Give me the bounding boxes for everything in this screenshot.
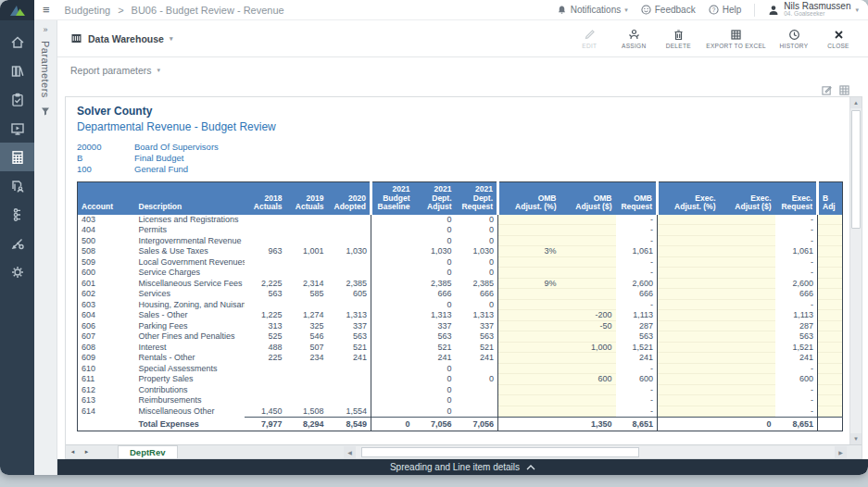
notifications-menu[interactable]: Notifications ▾: [557, 5, 628, 15]
cell-omb_adjust_usd[interactable]: [560, 300, 616, 311]
horizontal-scrollbar[interactable]: ◀ ▶: [344, 446, 847, 458]
cell-omb_adjust_pct[interactable]: [498, 289, 560, 300]
cell-omb_adjust_usd[interactable]: [560, 395, 616, 406]
cell-exec_adjust_pct[interactable]: [658, 236, 720, 247]
vertical-scroll-thumb[interactable]: [851, 110, 861, 229]
cell-omb_adjust_pct[interactable]: [498, 268, 560, 279]
cell-omb_adjust_pct[interactable]: [498, 225, 560, 236]
assign-button[interactable]: ASSIGN: [613, 27, 654, 51]
cell-exec_adjust_usd[interactable]: [720, 300, 775, 311]
cell-exec_adjust_usd[interactable]: [720, 246, 775, 257]
breadcrumb-section[interactable]: Budgeting: [65, 5, 111, 16]
sheet-prev-icon[interactable]: ◂: [66, 448, 80, 456]
data-source-picker[interactable]: Data Warehouse ▾: [70, 32, 172, 44]
sidebar-item-workflow[interactable]: [0, 200, 34, 229]
cell-board_clipped[interactable]: [818, 236, 843, 247]
cell-exec_adjust_pct[interactable]: [658, 257, 720, 268]
cell-omb_adjust_pct[interactable]: [498, 385, 560, 396]
cell-board_clipped[interactable]: [818, 395, 843, 406]
cell-board_clipped[interactable]: [818, 353, 843, 364]
cell-board_clipped[interactable]: [818, 321, 843, 332]
cell-exec_adjust_pct[interactable]: [658, 395, 720, 406]
sidebar-item-documents[interactable]: [0, 171, 34, 200]
menu-icon[interactable]: ≡: [43, 4, 50, 16]
scroll-up-icon[interactable]: ▲: [850, 97, 862, 108]
cell-omb_adjust_usd[interactable]: -200: [560, 310, 616, 321]
cell-board_clipped[interactable]: [818, 225, 843, 236]
scroll-down-icon[interactable]: ▼: [850, 433, 862, 444]
sidebar-item-tools[interactable]: [0, 229, 34, 257]
cell-omb_adjust_pct[interactable]: [498, 364, 560, 375]
horizontal-scroll-track[interactable]: [356, 446, 835, 458]
sheet-next-icon[interactable]: ▸: [80, 448, 94, 456]
cell-exec_adjust_usd[interactable]: [720, 215, 775, 226]
cell-omb_adjust_usd[interactable]: [560, 353, 616, 364]
cell-exec_adjust_pct[interactable]: [658, 364, 720, 375]
cell-exec_adjust_pct[interactable]: [658, 225, 720, 236]
cell-exec_adjust_usd[interactable]: [720, 374, 775, 385]
cell-board_clipped[interactable]: [818, 364, 843, 375]
cell-exec_adjust_pct[interactable]: [658, 279, 720, 290]
app-logo[interactable]: [0, 0, 34, 20]
cell-omb_adjust_usd[interactable]: [560, 406, 616, 418]
cell-exec_adjust_pct[interactable]: [658, 289, 720, 300]
sidebar-item-settings[interactable]: [0, 257, 34, 286]
cell-omb_adjust_pct[interactable]: [498, 310, 560, 321]
cell-exec_adjust_usd[interactable]: [720, 289, 775, 300]
cell-exec_adjust_pct[interactable]: [658, 406, 720, 418]
cell-exec_adjust_pct[interactable]: [658, 385, 720, 396]
cell-board_clipped[interactable]: [818, 289, 843, 300]
cell-exec_adjust_usd[interactable]: [720, 395, 775, 406]
cell-board_clipped[interactable]: [818, 406, 843, 418]
delete-button[interactable]: DELETE: [658, 27, 698, 51]
cell-board_clipped[interactable]: [818, 385, 843, 396]
cell-exec_adjust_pct[interactable]: [658, 374, 720, 385]
sidebar-item-modules[interactable]: [0, 56, 34, 85]
scroll-right-icon[interactable]: ▶: [835, 446, 847, 458]
close-button[interactable]: CLOSE: [818, 27, 859, 51]
cell-omb_adjust_usd[interactable]: [560, 215, 616, 226]
cell-exec_adjust_usd[interactable]: [720, 310, 775, 321]
grid-view-icon[interactable]: [839, 85, 849, 95]
cell-exec_adjust_usd[interactable]: [720, 353, 775, 364]
cell-exec_adjust_pct[interactable]: [658, 246, 720, 257]
cell-exec_adjust_usd[interactable]: [720, 331, 775, 343]
cell-board_clipped[interactable]: [818, 279, 843, 290]
cell-omb_adjust_usd[interactable]: [560, 246, 616, 257]
cell-omb_adjust_usd[interactable]: [560, 385, 616, 396]
cell-omb_adjust_pct[interactable]: [498, 395, 560, 406]
cell-omb_adjust_pct[interactable]: [498, 374, 560, 385]
edit-button[interactable]: EDIT: [569, 27, 610, 51]
cell-omb_adjust_usd[interactable]: [560, 279, 616, 290]
filter-icon[interactable]: [41, 106, 50, 116]
cell-board_clipped[interactable]: [818, 331, 843, 343]
cell-exec_adjust_pct[interactable]: [658, 300, 720, 311]
cell-exec_adjust_pct[interactable]: [658, 343, 720, 354]
cell-omb_adjust_pct[interactable]: [498, 300, 560, 311]
cell-board_clipped[interactable]: [818, 343, 843, 354]
cell-omb_adjust_usd[interactable]: [560, 225, 616, 236]
report-parameters-toggle[interactable]: Report parameters ▾: [57, 57, 868, 83]
cell-exec_adjust_pct[interactable]: [658, 310, 720, 321]
cell-exec_adjust_pct[interactable]: [658, 331, 720, 343]
sidebar-item-budgeting[interactable]: [0, 143, 34, 171]
cell-exec_adjust_pct[interactable]: [658, 353, 720, 364]
edit-in-window-icon[interactable]: [822, 85, 832, 95]
cell-board_clipped[interactable]: [818, 246, 843, 257]
cell-exec_adjust_usd[interactable]: [720, 225, 775, 236]
cell-exec_adjust_usd[interactable]: [720, 236, 775, 247]
cell-omb_adjust_usd[interactable]: 1,000: [560, 343, 616, 354]
cell-board_clipped[interactable]: [818, 257, 843, 268]
cell-exec_adjust_pct[interactable]: [658, 215, 720, 226]
expand-panel-icon[interactable]: »: [43, 26, 47, 34]
cell-exec_adjust_usd[interactable]: [720, 257, 775, 268]
help-button[interactable]: ? Help: [709, 5, 742, 15]
cell-exec_adjust_usd[interactable]: [720, 364, 775, 375]
cell-exec_adjust_usd[interactable]: [720, 343, 775, 354]
spreading-details-bar[interactable]: Spreading and Line item details: [57, 459, 868, 475]
cell-omb_adjust_pct[interactable]: [498, 257, 560, 268]
vertical-scrollbar[interactable]: ▲ ▼: [849, 97, 862, 444]
cell-omb_adjust_usd[interactable]: [560, 364, 616, 375]
sidebar-item-tasks[interactable]: [0, 85, 34, 114]
user-menu[interactable]: Nils Rasmussen 04. Goalseeker ▾: [768, 2, 859, 18]
